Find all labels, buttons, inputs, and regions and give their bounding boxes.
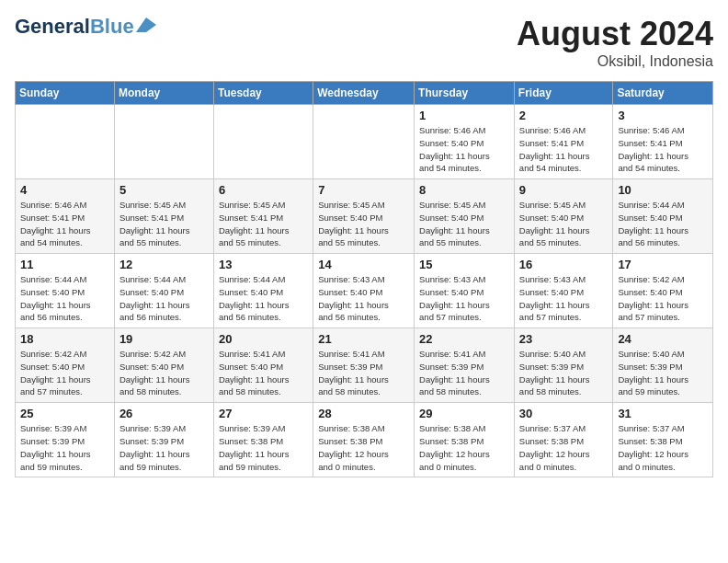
day-header-saturday: Saturday xyxy=(613,82,713,105)
cell-info: Sunrise: 5:40 AM Sunset: 5:39 PM Dayligh… xyxy=(618,348,708,398)
day-number: 6 xyxy=(219,183,308,197)
calendar-cell: 25Sunrise: 5:39 AM Sunset: 5:39 PM Dayli… xyxy=(16,403,115,477)
calendar-week-row: 1Sunrise: 5:46 AM Sunset: 5:40 PM Daylig… xyxy=(16,105,713,179)
day-number: 2 xyxy=(519,109,609,122)
day-number: 27 xyxy=(219,407,308,420)
day-number: 10 xyxy=(618,183,708,197)
page-header: General Blue August 2024 Oksibil, Indone… xyxy=(15,15,713,70)
calendar-cell: 4Sunrise: 5:46 AM Sunset: 5:41 PM Daylig… xyxy=(16,179,115,254)
day-number: 23 xyxy=(519,332,609,346)
calendar-week-row: 4Sunrise: 5:46 AM Sunset: 5:41 PM Daylig… xyxy=(16,179,713,254)
day-number: 26 xyxy=(119,407,209,420)
title-block: August 2024 Oksibil, Indonesia xyxy=(517,15,713,70)
cell-info: Sunrise: 5:46 AM Sunset: 5:41 PM Dayligh… xyxy=(519,124,609,175)
day-number: 14 xyxy=(318,258,409,271)
month-year: August 2024 xyxy=(517,15,713,53)
cell-info: Sunrise: 5:37 AM Sunset: 5:38 PM Dayligh… xyxy=(618,422,708,473)
day-number: 28 xyxy=(318,407,409,420)
logo-icon xyxy=(136,17,156,32)
cell-info: Sunrise: 5:43 AM Sunset: 5:40 PM Dayligh… xyxy=(419,273,509,324)
calendar-cell: 12Sunrise: 5:44 AM Sunset: 5:40 PM Dayli… xyxy=(114,254,213,328)
day-number: 17 xyxy=(618,258,708,271)
cell-info: Sunrise: 5:41 AM Sunset: 5:39 PM Dayligh… xyxy=(419,348,509,398)
calendar-cell: 19Sunrise: 5:42 AM Sunset: 5:40 PM Dayli… xyxy=(114,328,213,403)
day-number: 25 xyxy=(20,407,109,420)
day-number: 15 xyxy=(419,258,509,271)
cell-info: Sunrise: 5:45 AM Sunset: 5:40 PM Dayligh… xyxy=(419,199,509,249)
cell-info: Sunrise: 5:39 AM Sunset: 5:39 PM Dayligh… xyxy=(119,422,209,473)
svg-marker-0 xyxy=(136,17,156,32)
day-number: 9 xyxy=(519,183,609,197)
day-header-monday: Monday xyxy=(114,82,213,105)
cell-info: Sunrise: 5:44 AM Sunset: 5:40 PM Dayligh… xyxy=(618,199,708,249)
day-number: 29 xyxy=(419,407,509,420)
calendar-cell: 26Sunrise: 5:39 AM Sunset: 5:39 PM Dayli… xyxy=(114,403,213,477)
cell-info: Sunrise: 5:39 AM Sunset: 5:39 PM Dayligh… xyxy=(20,422,109,473)
logo-blue: Blue xyxy=(90,15,134,39)
cell-info: Sunrise: 5:46 AM Sunset: 5:41 PM Dayligh… xyxy=(20,199,109,249)
calendar-table: SundayMondayTuesdayWednesdayThursdayFrid… xyxy=(15,81,713,477)
day-header-thursday: Thursday xyxy=(415,82,515,105)
cell-info: Sunrise: 5:41 AM Sunset: 5:40 PM Dayligh… xyxy=(219,348,308,398)
day-number: 5 xyxy=(119,183,209,197)
calendar-week-row: 25Sunrise: 5:39 AM Sunset: 5:39 PM Dayli… xyxy=(16,403,713,477)
cell-info: Sunrise: 5:42 AM Sunset: 5:40 PM Dayligh… xyxy=(618,273,708,324)
calendar-cell xyxy=(313,105,415,179)
cell-info: Sunrise: 5:41 AM Sunset: 5:39 PM Dayligh… xyxy=(318,348,409,398)
calendar-cell xyxy=(114,105,213,179)
day-number: 24 xyxy=(618,332,708,346)
cell-info: Sunrise: 5:44 AM Sunset: 5:40 PM Dayligh… xyxy=(119,273,209,324)
calendar-cell xyxy=(16,105,115,179)
cell-info: Sunrise: 5:45 AM Sunset: 5:41 PM Dayligh… xyxy=(119,199,209,249)
cell-info: Sunrise: 5:44 AM Sunset: 5:40 PM Dayligh… xyxy=(219,273,308,324)
day-header-wednesday: Wednesday xyxy=(313,82,415,105)
calendar-cell: 3Sunrise: 5:46 AM Sunset: 5:41 PM Daylig… xyxy=(613,105,713,179)
day-number: 21 xyxy=(318,332,409,346)
calendar-cell: 27Sunrise: 5:39 AM Sunset: 5:38 PM Dayli… xyxy=(213,403,313,477)
calendar-header-row: SundayMondayTuesdayWednesdayThursdayFrid… xyxy=(16,82,713,105)
calendar-cell: 9Sunrise: 5:45 AM Sunset: 5:40 PM Daylig… xyxy=(514,179,613,254)
day-number: 13 xyxy=(219,258,308,271)
cell-info: Sunrise: 5:40 AM Sunset: 5:39 PM Dayligh… xyxy=(519,348,609,398)
calendar-cell: 1Sunrise: 5:46 AM Sunset: 5:40 PM Daylig… xyxy=(415,105,515,179)
day-number: 22 xyxy=(419,332,509,346)
calendar-cell: 18Sunrise: 5:42 AM Sunset: 5:40 PM Dayli… xyxy=(16,328,115,403)
calendar-cell: 30Sunrise: 5:37 AM Sunset: 5:38 PM Dayli… xyxy=(514,403,613,477)
day-number: 7 xyxy=(318,183,409,197)
cell-info: Sunrise: 5:38 AM Sunset: 5:38 PM Dayligh… xyxy=(419,422,509,473)
day-number: 11 xyxy=(20,258,109,271)
cell-info: Sunrise: 5:45 AM Sunset: 5:40 PM Dayligh… xyxy=(318,199,409,249)
cell-info: Sunrise: 5:46 AM Sunset: 5:40 PM Dayligh… xyxy=(419,124,509,175)
calendar-cell: 5Sunrise: 5:45 AM Sunset: 5:41 PM Daylig… xyxy=(114,179,213,254)
cell-info: Sunrise: 5:43 AM Sunset: 5:40 PM Dayligh… xyxy=(519,273,609,324)
day-number: 16 xyxy=(519,258,609,271)
cell-info: Sunrise: 5:44 AM Sunset: 5:40 PM Dayligh… xyxy=(20,273,109,324)
cell-info: Sunrise: 5:37 AM Sunset: 5:38 PM Dayligh… xyxy=(519,422,609,473)
calendar-cell: 20Sunrise: 5:41 AM Sunset: 5:40 PM Dayli… xyxy=(213,328,313,403)
cell-info: Sunrise: 5:45 AM Sunset: 5:41 PM Dayligh… xyxy=(219,199,308,249)
calendar-cell: 24Sunrise: 5:40 AM Sunset: 5:39 PM Dayli… xyxy=(613,328,713,403)
day-number: 30 xyxy=(519,407,609,420)
day-number: 4 xyxy=(20,183,109,197)
calendar-cell: 15Sunrise: 5:43 AM Sunset: 5:40 PM Dayli… xyxy=(415,254,515,328)
calendar-cell: 11Sunrise: 5:44 AM Sunset: 5:40 PM Dayli… xyxy=(16,254,115,328)
calendar-week-row: 18Sunrise: 5:42 AM Sunset: 5:40 PM Dayli… xyxy=(16,328,713,403)
day-header-tuesday: Tuesday xyxy=(213,82,313,105)
logo: General Blue xyxy=(15,15,156,39)
calendar-cell: 14Sunrise: 5:43 AM Sunset: 5:40 PM Dayli… xyxy=(313,254,415,328)
calendar-cell: 6Sunrise: 5:45 AM Sunset: 5:41 PM Daylig… xyxy=(213,179,313,254)
calendar-cell: 8Sunrise: 5:45 AM Sunset: 5:40 PM Daylig… xyxy=(415,179,515,254)
cell-info: Sunrise: 5:42 AM Sunset: 5:40 PM Dayligh… xyxy=(20,348,109,398)
calendar-cell: 22Sunrise: 5:41 AM Sunset: 5:39 PM Dayli… xyxy=(415,328,515,403)
cell-info: Sunrise: 5:46 AM Sunset: 5:41 PM Dayligh… xyxy=(618,124,708,175)
calendar-cell: 13Sunrise: 5:44 AM Sunset: 5:40 PM Dayli… xyxy=(213,254,313,328)
calendar-cell: 16Sunrise: 5:43 AM Sunset: 5:40 PM Dayli… xyxy=(514,254,613,328)
logo-general: General xyxy=(15,15,90,39)
day-header-friday: Friday xyxy=(514,82,613,105)
day-number: 1 xyxy=(419,109,509,122)
calendar-cell: 7Sunrise: 5:45 AM Sunset: 5:40 PM Daylig… xyxy=(313,179,415,254)
cell-info: Sunrise: 5:42 AM Sunset: 5:40 PM Dayligh… xyxy=(119,348,209,398)
cell-info: Sunrise: 5:38 AM Sunset: 5:38 PM Dayligh… xyxy=(318,422,409,473)
location: Oksibil, Indonesia xyxy=(517,53,713,70)
calendar-cell: 21Sunrise: 5:41 AM Sunset: 5:39 PM Dayli… xyxy=(313,328,415,403)
